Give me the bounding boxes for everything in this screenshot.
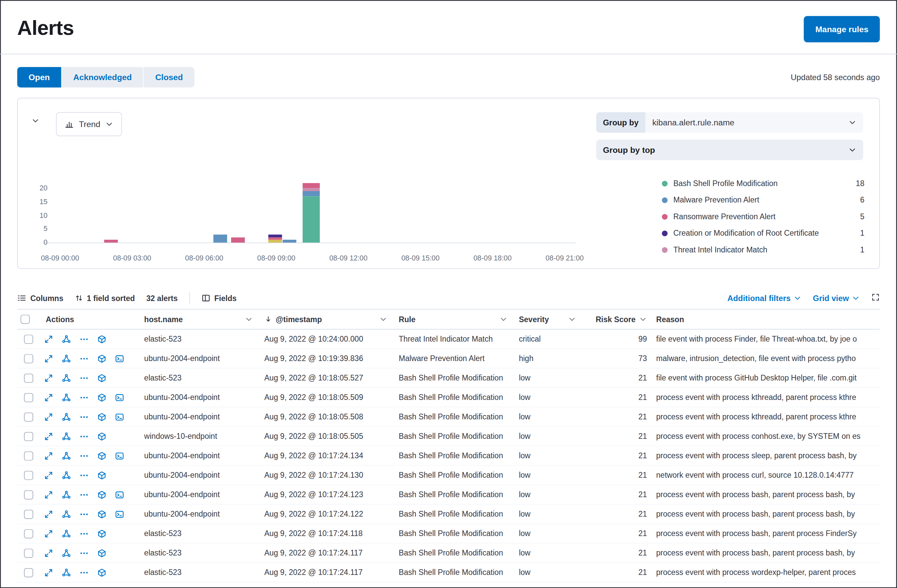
more-actions-button[interactable] — [79, 431, 89, 441]
row-checkbox[interactable] — [24, 354, 33, 363]
osquery-button[interactable] — [96, 334, 107, 344]
session-view-button[interactable] — [114, 509, 125, 519]
more-actions-button[interactable] — [79, 412, 89, 422]
collapse-chart-button[interactable] — [32, 117, 40, 126]
osquery-button[interactable] — [96, 412, 107, 422]
chart-bar[interactable] — [283, 240, 297, 243]
more-actions-button[interactable] — [79, 490, 89, 500]
session-view-button[interactable] — [114, 392, 125, 403]
session-view-button[interactable] — [114, 450, 125, 461]
sort-fields-button[interactable]: 1 field sorted — [75, 294, 135, 302]
fields-button[interactable]: Fields — [201, 294, 237, 303]
more-actions-button[interactable] — [79, 509, 89, 519]
tab-acknowledged[interactable]: Acknowledged — [62, 67, 143, 87]
manage-rules-button[interactable]: Manage rules — [804, 16, 880, 43]
column-menu-button[interactable] — [499, 315, 508, 323]
chart-bar[interactable] — [104, 240, 118, 243]
tab-closed[interactable]: Closed — [144, 67, 194, 87]
group-by-top-select[interactable]: Group by top — [596, 139, 863, 160]
col-header-host-name[interactable]: host.name — [138, 315, 257, 323]
grid-view-button[interactable]: Grid view — [813, 294, 860, 303]
row-checkbox[interactable] — [24, 568, 33, 577]
more-actions-button[interactable] — [79, 353, 89, 364]
col-header-risk-score[interactable]: Risk Score — [580, 315, 649, 323]
legend-item[interactable]: Creation or Modification of Root Certifi… — [662, 225, 865, 241]
additional-filters-button[interactable]: Additional filters — [727, 294, 802, 303]
analyze-event-button[interactable] — [61, 548, 72, 558]
row-checkbox[interactable] — [24, 471, 33, 480]
osquery-button[interactable] — [96, 509, 107, 519]
more-actions-button[interactable] — [79, 528, 89, 539]
osquery-button[interactable] — [96, 490, 107, 500]
row-checkbox[interactable] — [24, 412, 33, 421]
chart-bar[interactable] — [268, 234, 282, 242]
expand-alert-button[interactable] — [44, 509, 54, 519]
osquery-button[interactable] — [96, 470, 107, 481]
tab-open[interactable]: Open — [17, 67, 61, 87]
chart-view-select[interactable]: Trend — [56, 112, 122, 136]
expand-alert-button[interactable] — [44, 470, 54, 481]
analyze-event-button[interactable] — [61, 392, 72, 403]
osquery-button[interactable] — [96, 567, 107, 577]
session-view-button[interactable] — [114, 353, 125, 364]
chart-bar[interactable] — [213, 234, 227, 242]
osquery-button[interactable] — [96, 392, 107, 403]
chart-bar[interactable] — [303, 183, 320, 242]
row-checkbox[interactable] — [24, 374, 33, 383]
row-checkbox[interactable] — [24, 490, 33, 499]
select-all-checkbox[interactable] — [20, 315, 29, 324]
expand-alert-button[interactable] — [44, 373, 54, 383]
row-checkbox[interactable] — [24, 548, 33, 557]
analyze-event-button[interactable] — [61, 567, 72, 577]
col-header-rule[interactable]: Rule — [392, 315, 512, 323]
osquery-button[interactable] — [96, 353, 107, 364]
row-checkbox[interactable] — [24, 335, 33, 344]
more-actions-button[interactable] — [79, 450, 89, 461]
expand-alert-button[interactable] — [44, 412, 54, 422]
analyze-event-button[interactable] — [61, 431, 72, 441]
analyze-event-button[interactable] — [61, 490, 72, 500]
session-view-button[interactable] — [114, 412, 125, 422]
analyze-event-button[interactable] — [61, 373, 72, 383]
expand-alert-button[interactable] — [44, 392, 54, 403]
fullscreen-button[interactable] — [871, 293, 880, 303]
col-header-severity[interactable]: Severity — [512, 315, 580, 323]
column-menu-button[interactable] — [379, 315, 387, 323]
osquery-button[interactable] — [96, 548, 107, 558]
more-actions-button[interactable] — [79, 392, 89, 403]
more-actions-button[interactable] — [79, 373, 89, 383]
analyze-event-button[interactable] — [61, 509, 72, 519]
more-actions-button[interactable] — [79, 470, 89, 481]
osquery-button[interactable] — [96, 431, 107, 441]
expand-alert-button[interactable] — [44, 334, 54, 344]
analyze-event-button[interactable] — [61, 450, 72, 461]
osquery-button[interactable] — [96, 373, 107, 383]
col-header-timestamp[interactable]: @timestamp — [257, 315, 392, 323]
expand-alert-button[interactable] — [44, 528, 54, 539]
row-checkbox[interactable] — [24, 432, 33, 441]
column-menu-button[interactable] — [639, 315, 647, 323]
legend-item[interactable]: Bash Shell Profile Modification18 — [662, 175, 865, 191]
analyze-event-button[interactable] — [61, 412, 72, 422]
row-checkbox[interactable] — [24, 529, 33, 538]
analyze-event-button[interactable] — [61, 353, 72, 364]
expand-alert-button[interactable] — [44, 353, 54, 364]
legend-item[interactable]: Threat Intel Indicator Match1 — [662, 241, 865, 258]
chart-bar[interactable] — [231, 237, 245, 242]
column-menu-button[interactable] — [245, 315, 253, 323]
row-checkbox[interactable] — [24, 393, 33, 402]
expand-alert-button[interactable] — [44, 490, 54, 500]
col-header-reason[interactable]: Reason — [649, 315, 880, 323]
analyze-event-button[interactable] — [61, 334, 72, 344]
expand-alert-button[interactable] — [44, 431, 54, 441]
row-checkbox[interactable] — [24, 451, 33, 460]
columns-button[interactable]: Columns — [17, 294, 63, 303]
session-view-button[interactable] — [114, 490, 125, 500]
row-checkbox[interactable] — [24, 510, 33, 519]
column-menu-button[interactable] — [568, 315, 576, 323]
osquery-button[interactable] — [96, 450, 107, 461]
more-actions-button[interactable] — [79, 567, 89, 577]
group-by-select[interactable]: Group by kibana.alert.rule.name — [596, 112, 863, 132]
legend-item[interactable]: Ransomware Prevention Alert5 — [662, 208, 865, 225]
osquery-button[interactable] — [96, 528, 107, 539]
